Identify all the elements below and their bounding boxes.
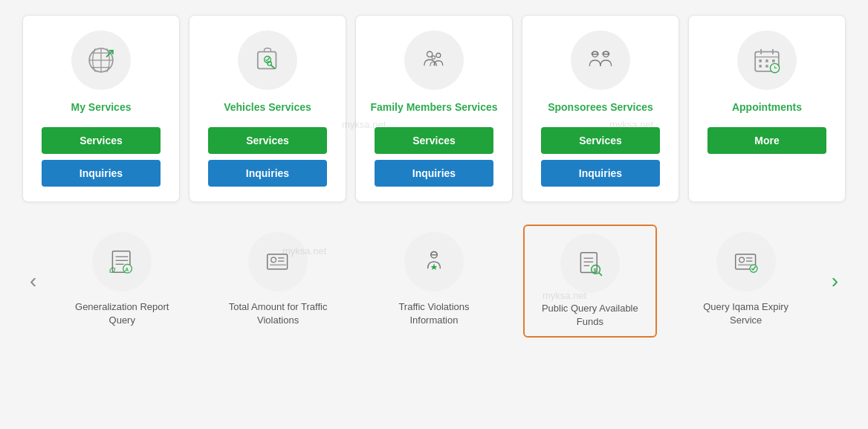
card-my-services: My Services Services Inquiries: [22, 15, 180, 202]
svg-rect-12: [592, 54, 599, 54]
generalization-report-icon-circle: A: [92, 232, 152, 291]
bottom-items-container: A Generalization Report Query: [44, 225, 823, 338]
svg-rect-21: [772, 59, 775, 62]
sponsorees-services-btn[interactable]: Services: [541, 127, 660, 154]
family-members-inquiries-btn[interactable]: Inquiries: [375, 160, 493, 187]
svg-point-34: [271, 257, 276, 262]
appointments-icon: [751, 44, 783, 77]
card-vehicles-services: Vehicles Services Services Inquiries: [189, 15, 346, 202]
svg-rect-39: [430, 254, 438, 256]
bottom-item-public-query-funds[interactable]: $ Public Query Available Funds: [523, 225, 657, 338]
vehicles-services-title: Vehicles Services: [224, 100, 311, 115]
total-amount-traffic-icon: [262, 246, 294, 277]
svg-rect-19: [759, 59, 762, 62]
traffic-violations-icon: [418, 246, 450, 277]
svg-rect-23: [765, 65, 768, 68]
public-query-funds-icon-circle: $: [560, 233, 620, 293]
query-iqama-icon-circle: [716, 232, 776, 291]
sponsorees-title: Sponsorees Services: [548, 100, 653, 115]
my-services-title: My Services: [71, 100, 132, 115]
appointments-more-btn[interactable]: More: [707, 127, 826, 154]
bottom-item-query-iqama[interactable]: Query Iqama Expiry Service: [679, 225, 813, 338]
traffic-violations-icon-circle: [404, 232, 464, 291]
sponsorees-icon: [584, 44, 617, 77]
family-members-title: Family Members Services: [370, 100, 497, 115]
query-iqama-label: Query Iqama Expiry Service: [687, 300, 806, 327]
bottom-item-generalization-report[interactable]: A Generalization Report Query: [55, 225, 189, 338]
generalization-report-icon: A: [106, 246, 137, 277]
traffic-violations-label: Traffic Violations Information: [375, 300, 493, 327]
family-members-icon-circle: [404, 30, 464, 90]
svg-text:A: A: [125, 266, 129, 271]
family-members-services-btn[interactable]: Services: [375, 127, 493, 154]
svg-point-49: [739, 257, 744, 262]
public-query-funds-icon: $: [574, 248, 606, 279]
svg-marker-40: [431, 263, 437, 269]
total-amount-icon-circle: [248, 232, 308, 291]
svg-rect-22: [759, 65, 762, 68]
sponsorees-inquiries-btn[interactable]: Inquiries: [541, 160, 660, 187]
vehicles-services-inquiries-btn[interactable]: Inquiries: [208, 160, 327, 187]
public-query-funds-label: Public Query Available Funds: [532, 302, 648, 329]
family-members-icon: [418, 44, 450, 77]
arrow-left-btn[interactable]: ‹: [22, 269, 44, 293]
bottom-item-total-amount-traffic[interactable]: Total Amount for Traffic Violations: [211, 225, 345, 338]
sponsorees-icon-circle: [571, 30, 630, 90]
vehicles-services-icon: [251, 44, 284, 77]
card-family-members-services: Family Members Services Services Inquiri…: [355, 15, 513, 202]
my-services-inquiries-btn[interactable]: Inquiries: [42, 160, 161, 187]
query-iqama-icon: [731, 246, 762, 277]
my-services-icon: [85, 44, 117, 77]
arrow-right-btn[interactable]: ›: [824, 269, 846, 293]
my-services-services-btn[interactable]: Services: [42, 127, 161, 154]
svg-point-9: [436, 53, 441, 57]
appointments-title: Appointments: [732, 100, 802, 115]
card-sponsorees-services: Sponsorees Services Services Inquiries: [522, 15, 679, 202]
svg-rect-14: [602, 54, 609, 54]
svg-line-47: [599, 272, 602, 275]
svg-rect-33: [268, 254, 288, 269]
svg-point-8: [427, 51, 432, 57]
top-service-cards: My Services Services Inquiries Vehicles …: [22, 15, 846, 202]
vehicles-services-services-btn[interactable]: Services: [208, 127, 327, 154]
bottom-item-traffic-violations[interactable]: Traffic Violations Information: [367, 225, 501, 338]
bottom-section: ‹ A Generalizat: [22, 225, 846, 338]
total-amount-traffic-label: Total Amount for Traffic Violations: [218, 300, 337, 327]
generalization-report-label: Generalization Report Query: [62, 300, 181, 327]
my-services-icon-circle: [71, 30, 131, 90]
vehicles-services-icon-circle: [238, 30, 297, 90]
card-appointments: Appointments More: [688, 15, 846, 202]
svg-point-10: [432, 56, 435, 59]
svg-rect-20: [765, 59, 768, 62]
appointments-icon-circle: [737, 30, 797, 90]
